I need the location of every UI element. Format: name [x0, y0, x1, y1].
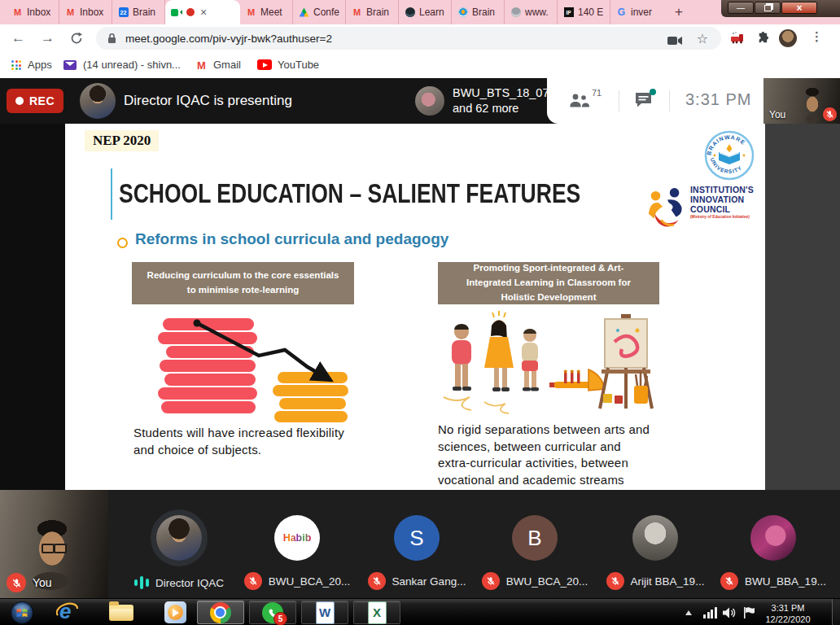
file-explorer-button[interactable] [98, 601, 145, 624]
iic-logo-mark [645, 186, 686, 233]
calendar-icon: 22 [119, 7, 129, 17]
slide-bullet: Reforms in school curricula and pedagogy [135, 230, 448, 248]
speaking-indicator-icon [134, 575, 149, 590]
close-window-button[interactable]: × [781, 2, 817, 14]
meeting-time: 3:31 PM [685, 90, 751, 109]
tab-140[interactable]: IP 140 E [558, 0, 610, 24]
bookmark-youtube[interactable]: YouTube [278, 59, 319, 71]
chrome-menu-kebab-icon[interactable]: ⋮ [811, 29, 823, 44]
volume-icon[interactable] [723, 607, 736, 622]
tab-label: Brain [472, 7, 495, 18]
back-button[interactable]: ← [11, 30, 25, 46]
self-label: You [769, 109, 785, 120]
bookmark-apps[interactable]: Apps [28, 59, 52, 71]
tab-label: www. [525, 7, 549, 18]
participant-avatar: Habib [274, 515, 320, 561]
reload-button[interactable] [70, 32, 83, 48]
recording-dot-icon [186, 8, 195, 16]
pinned-participant-name: BWU_BTS_18_079 [453, 85, 556, 101]
tab-meet-2[interactable]: M Meet [240, 0, 293, 24]
self-video-thumbnail[interactable]: You [763, 78, 840, 124]
slide-badge: NEP 2020 [85, 130, 159, 151]
clock-date: 12/22/2020 [757, 614, 819, 625]
chat-icon[interactable] [635, 92, 653, 111]
mic-muted-icon [368, 572, 386, 590]
restore-icon [764, 5, 772, 11]
word-icon: W [316, 601, 335, 624]
media-player-button[interactable] [151, 601, 199, 624]
pinned-participant-avatar[interactable] [415, 86, 444, 116]
whatsapp-taskbar-button[interactable]: 5 [249, 601, 296, 624]
rec-dot-icon [15, 97, 24, 105]
tab-calendar[interactable]: 22 Brain [112, 0, 165, 24]
tab-conference[interactable]: Confe [293, 0, 346, 24]
internet-explorer-button[interactable]: e [44, 601, 91, 624]
tab-label: Inbox [80, 7, 103, 18]
tab-inbox-1[interactable]: M Inbox [7, 0, 59, 24]
excel-taskbar-button[interactable]: X [353, 601, 400, 624]
iic-text-line2: INNOVATION [690, 195, 754, 205]
participant-tile-bca2[interactable]: B BWU_BCA_20... [476, 490, 593, 598]
camera-icon[interactable] [667, 34, 682, 49]
train-extension-icon[interactable] [730, 32, 744, 47]
close-tab-icon[interactable]: × [200, 7, 207, 18]
callout-box-left: Reducing curriculum to the core essentia… [132, 262, 354, 304]
minimize-button[interactable]: — [728, 2, 754, 14]
iic-logo: INSTITUTION'S INNOVATION COUNCIL (Minist… [645, 186, 754, 233]
forward-button[interactable]: → [41, 30, 55, 46]
new-tab-button[interactable]: + [669, 2, 689, 22]
address-bar[interactable]: meet.google.com/piv-vyjr-bwk?authuser=2 … [96, 27, 721, 50]
bookmark-gmail[interactable]: Gmail [213, 59, 241, 71]
participants-strip: You Director IQAC Habib BWU_BCA_20... S [0, 490, 840, 598]
tab-meet-active[interactable]: × [165, 0, 240, 24]
bookmark-star-icon[interactable]: ☆ [697, 31, 708, 46]
divider [619, 90, 619, 111]
folder-icon [109, 605, 133, 621]
caption-right: No rigid separations between arts and sc… [438, 422, 651, 489]
rec-label: REC [29, 94, 55, 107]
profile-avatar[interactable] [779, 29, 797, 47]
browser-tab-strip: M Inbox M Inbox 22 Brain × M Meet [0, 0, 840, 24]
participant-name: BWU_BCA_20... [269, 575, 351, 588]
participant-tile-bba[interactable]: BWU_BBA_19... [715, 490, 832, 598]
participant-tile-sankar[interactable]: S Sankar Gang... [358, 490, 475, 598]
tab-brainware[interactable]: Brain [452, 0, 505, 24]
network-signal-icon[interactable] [703, 607, 717, 618]
url-text: meet.google.com/piv-vyjr-bwk?authuser=2 [125, 33, 332, 45]
extensions-puzzle-icon[interactable] [755, 31, 769, 48]
bookmark-unread-mail[interactable]: (14 unread) - shivn... [83, 59, 181, 71]
mic-muted-icon [606, 572, 624, 590]
participant-tile-director[interactable]: Director IQAC [120, 490, 238, 598]
globe-icon [511, 7, 521, 17]
action-center-flag-icon[interactable] [743, 606, 755, 623]
tab-www[interactable]: www. [505, 0, 558, 24]
arts-sports-illustration [435, 311, 672, 418]
avatar-letter: S [409, 526, 423, 551]
participant-avatar [750, 515, 796, 561]
participant-name: BWU_BCA_20... [506, 575, 588, 588]
callout-box-right: Promoting Sport-integrated & Art-Integra… [438, 262, 659, 304]
tab-invert[interactable]: G inver [610, 0, 663, 24]
gmail-icon: M [352, 7, 362, 18]
people-figures [444, 311, 539, 413]
participant-name: Sankar Gang... [392, 575, 466, 588]
taskbar-clock[interactable]: 3:31 PM 12/22/2020 [757, 602, 819, 625]
presentation-slide: NEP 2020 SCHOOL EDUCATION – SALIENT FEAT… [65, 124, 765, 490]
word-taskbar-button[interactable]: W [301, 601, 348, 624]
chrome-taskbar-button[interactable] [197, 601, 244, 624]
restore-button[interactable] [755, 2, 781, 14]
participant-tile-bca1[interactable]: Habib BWU_BCA_20... [238, 490, 356, 598]
self-label: You [33, 576, 52, 589]
whatsapp-badge: 5 [273, 612, 287, 625]
show-desktop-button[interactable] [832, 599, 840, 625]
participant-tile-arijit[interactable]: Arijit BBA_19... [597, 490, 714, 598]
tab-learn[interactable]: Learn [399, 0, 452, 24]
avatar-letter: B [527, 526, 541, 551]
tab-inbox-2[interactable]: M Inbox [59, 0, 112, 24]
start-button[interactable] [2, 601, 42, 624]
participants-people-icon[interactable] [568, 92, 589, 111]
self-video-tile[interactable]: You [0, 490, 108, 598]
tray-hidden-icons-arrow[interactable] [685, 610, 692, 615]
brainware-university-logo: BRAINWARE UNIVERSITY [704, 130, 755, 181]
tab-brain-mail[interactable]: M Brain [346, 0, 399, 24]
